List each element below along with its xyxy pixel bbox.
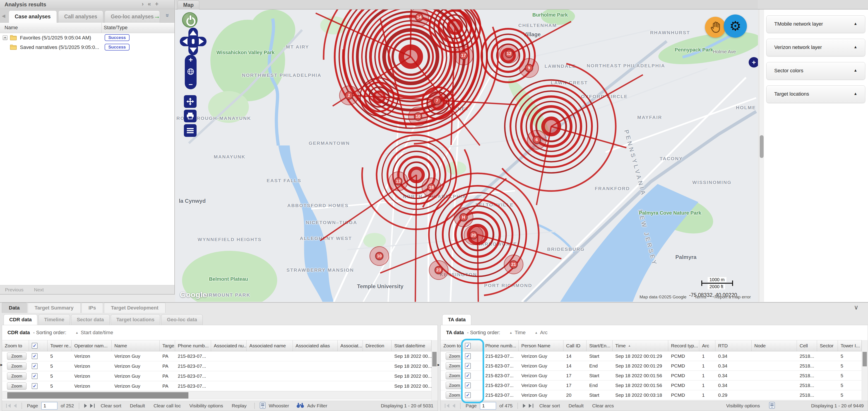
panel-collapse-handle[interactable]: ▸	[0, 362, 3, 367]
power-button[interactable]	[182, 12, 197, 28]
cdr-vertical-scrollbar[interactable]	[431, 340, 437, 400]
cdr-table-row[interactable]: Zoom 5 Verizon Verizon Guy PA 215-823-07…	[2, 361, 431, 371]
cdr-horizontal-scrollbar[interactable]	[2, 391, 431, 400]
adv-filter-button[interactable]: Adv Filter	[307, 403, 328, 409]
scrollbar-thumb[interactable]	[760, 135, 764, 158]
column-header[interactable]: Time▲	[613, 340, 668, 351]
hand-tool-button[interactable]	[705, 17, 726, 38]
map-canvas[interactable]: Wissahickon Valley Park MT AIRY NORTHWES…	[175, 9, 758, 302]
layer-accordion-header[interactable]: Verizon network layer ▲	[766, 39, 865, 56]
cdr-subtab[interactable]: Timeline	[38, 314, 70, 325]
column-header[interactable]: Associated alias	[293, 340, 338, 351]
row-checkbox[interactable]	[465, 363, 471, 369]
layer-accordion-header[interactable]: TMobile network layer ▲	[766, 16, 865, 33]
row-checkbox[interactable]	[465, 353, 471, 359]
ta-table-row[interactable]: Zoom 215-823-07... Verizon Guy 17 End Se…	[441, 381, 862, 390]
analysis-tab[interactable]: Case analyses	[9, 10, 57, 23]
first-page-button[interactable]	[6, 404, 11, 408]
visibility-grid-icon[interactable]	[769, 402, 775, 410]
map-marker[interactable]: 2	[345, 91, 353, 99]
map-marker[interactable]: 21	[509, 260, 518, 268]
sort-key[interactable]: ▲ Start date/time	[75, 330, 113, 335]
pager-action-button[interactable]: Clear sort	[539, 403, 560, 409]
adv-filter-icon[interactable]	[297, 402, 304, 409]
zoom-to-button[interactable]: Zoom	[446, 362, 462, 370]
column-header[interactable]: Tower re...	[48, 340, 71, 351]
column-header[interactable]: Name	[112, 340, 160, 351]
column-header[interactable]: Node	[752, 340, 797, 351]
scrollbar-thumb[interactable]	[7, 392, 188, 399]
next-page-button[interactable]	[84, 404, 87, 408]
dock-collapse-icon[interactable]: ∨	[854, 303, 859, 311]
column-header[interactable]: Operator nam...	[71, 340, 112, 351]
column-name[interactable]: Name	[4, 25, 18, 31]
tab-scroll-left-icon[interactable]: ◀	[2, 13, 5, 19]
pager-action-button[interactable]: Default	[130, 403, 145, 409]
expand-icon[interactable]: +	[3, 35, 7, 40]
layers-list-button[interactable]	[184, 124, 196, 137]
map-marker[interactable]: 14	[415, 13, 423, 21]
column-header[interactable]: Start date/time	[392, 340, 431, 351]
settings-button[interactable]: ⚙	[724, 14, 747, 38]
map-marker[interactable]: 6	[533, 136, 541, 144]
column-header[interactable]: Phone numb...	[483, 340, 519, 351]
add-analysis-icon[interactable]: +	[155, 0, 158, 7]
page-input[interactable]	[480, 402, 496, 410]
row-checkbox[interactable]	[32, 363, 38, 369]
column-header-checkbox[interactable]	[29, 340, 48, 351]
pager-action-button[interactable]: Clear sort	[100, 403, 121, 409]
zoom-to-button[interactable]: Zoom	[446, 391, 462, 399]
map-marker[interactable]: 9	[525, 64, 533, 72]
visibility-options-button[interactable]: Visibility options	[726, 403, 760, 409]
collapse-arrow-icon[interactable]: ▲	[854, 68, 857, 73]
dock-tab[interactable]: Target Development	[104, 303, 165, 313]
zoom-in-icon[interactable]: +	[189, 56, 193, 63]
green-arrow-icon[interactable]: →	[154, 12, 160, 20]
zoom-to-button[interactable]: Zoom	[7, 382, 27, 390]
column-header[interactable]: Associated name	[247, 340, 293, 351]
scrollbar-thumb[interactable]	[863, 352, 867, 366]
collapse-left-icon[interactable]: «	[148, 0, 151, 7]
map-marker[interactable]: 18	[427, 183, 435, 192]
whooster-icon[interactable]	[260, 402, 266, 410]
zoom-to-button[interactable]: Zoom	[7, 362, 27, 370]
last-page-button[interactable]	[529, 404, 533, 408]
whooster-button[interactable]: Whooster	[269, 403, 289, 409]
last-page-button[interactable]	[90, 404, 95, 408]
map-marker[interactable]: 7	[433, 97, 441, 105]
zoom-to-button[interactable]: Zoom	[446, 382, 462, 389]
page-input[interactable]	[41, 402, 58, 410]
select-all-checkbox[interactable]	[465, 343, 471, 349]
ta-table-row[interactable]: Zoom 215-823-07... Verizon Guy 20 Start …	[441, 390, 862, 400]
dock-tab[interactable]: Data	[2, 303, 27, 313]
row-checkbox[interactable]	[465, 373, 471, 379]
column-header[interactable]: Cell	[797, 340, 817, 351]
sort-key[interactable]: ▲ Arc	[535, 330, 548, 335]
column-header-zoom-to[interactable]: Zoom to	[2, 340, 29, 351]
pan-tool-button[interactable]	[184, 95, 196, 108]
column-header[interactable]: Call ID	[563, 340, 587, 351]
pager-action-button[interactable]: Clear arcs	[592, 403, 614, 409]
collapse-arrow-icon[interactable]: ▲	[854, 91, 857, 96]
sidebar-scrollbar[interactable]	[759, 9, 764, 302]
zoom-to-button[interactable]: Zoom	[7, 353, 27, 360]
sort-key[interactable]: ▲ Time	[509, 330, 526, 335]
column-header[interactable]: Associat...	[338, 340, 363, 351]
column-header[interactable]: Direction	[363, 340, 392, 351]
cdr-subtab[interactable]: Sector data	[71, 314, 110, 325]
add-overlay-button[interactable]: +	[749, 57, 758, 67]
cdr-table-row[interactable]: Zoom 5 Verizon Verizon Guy PA 215-823-07…	[2, 371, 431, 381]
globe-icon[interactable]	[187, 67, 195, 77]
analysis-tab[interactable]: Geo-loc analyses	[104, 10, 160, 23]
prev-page-button[interactable]	[453, 404, 455, 408]
map-marker[interactable]: 13	[394, 177, 402, 185]
map-marker[interactable]: 20	[469, 231, 477, 239]
analysis-tab[interactable]: Call analyses	[58, 10, 103, 23]
zoom-to-button[interactable]: Zoom	[446, 353, 462, 360]
first-page-button[interactable]	[445, 404, 449, 408]
pager-action-button[interactable]: Default	[568, 403, 584, 409]
ta-table-row[interactable]: Zoom 215-823-07... Verizon Guy 14 Start …	[441, 351, 862, 361]
row-checkbox[interactable]	[32, 373, 38, 379]
column-header[interactable]: Phone numb...	[175, 340, 211, 351]
zoom-control[interactable]: + −	[185, 55, 196, 89]
